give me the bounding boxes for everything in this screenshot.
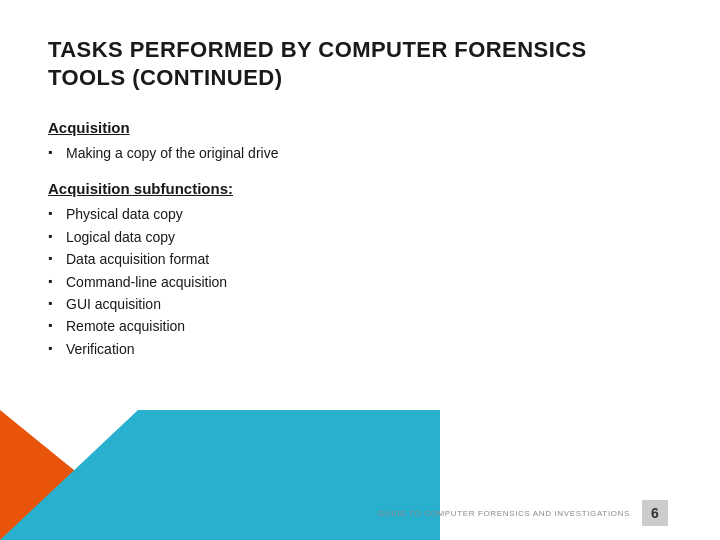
list-item: Making a copy of the original drive <box>48 142 672 164</box>
list-item: Physical data copy <box>48 203 672 225</box>
subfunctions-bullet-list: Physical data copy Logical data copy Dat… <box>48 203 672 360</box>
subfunctions-heading: Acquisition subfunctions: <box>48 180 672 197</box>
footer-page-number: 6 <box>642 500 668 526</box>
list-item: Verification <box>48 338 672 360</box>
list-item: Logical data copy <box>48 226 672 248</box>
list-item: Remote acquisition <box>48 315 672 337</box>
footer: GUIDE TO COMPUTER FORENSICS AND INVESTIG… <box>378 500 668 526</box>
acquisition-heading: Acquisition <box>48 119 672 136</box>
list-item: Command-line acquisition <box>48 271 672 293</box>
main-title: TASKS PERFORMED BY COMPUTER FORENSICS TO… <box>48 36 672 91</box>
slide: TASKS PERFORMED BY COMPUTER FORENSICS TO… <box>0 0 720 540</box>
list-item: Data acquisition format <box>48 248 672 270</box>
content-area: TASKS PERFORMED BY COMPUTER FORENSICS TO… <box>0 0 720 360</box>
acquisition-bullet-list: Making a copy of the original drive <box>48 142 672 164</box>
footer-label: GUIDE TO COMPUTER FORENSICS AND INVESTIG… <box>378 509 630 518</box>
list-item: GUI acquisition <box>48 293 672 315</box>
